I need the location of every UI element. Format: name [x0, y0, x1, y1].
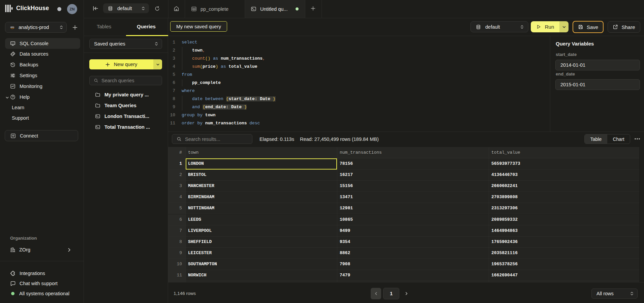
svg-text:aws: aws	[10, 26, 14, 28]
